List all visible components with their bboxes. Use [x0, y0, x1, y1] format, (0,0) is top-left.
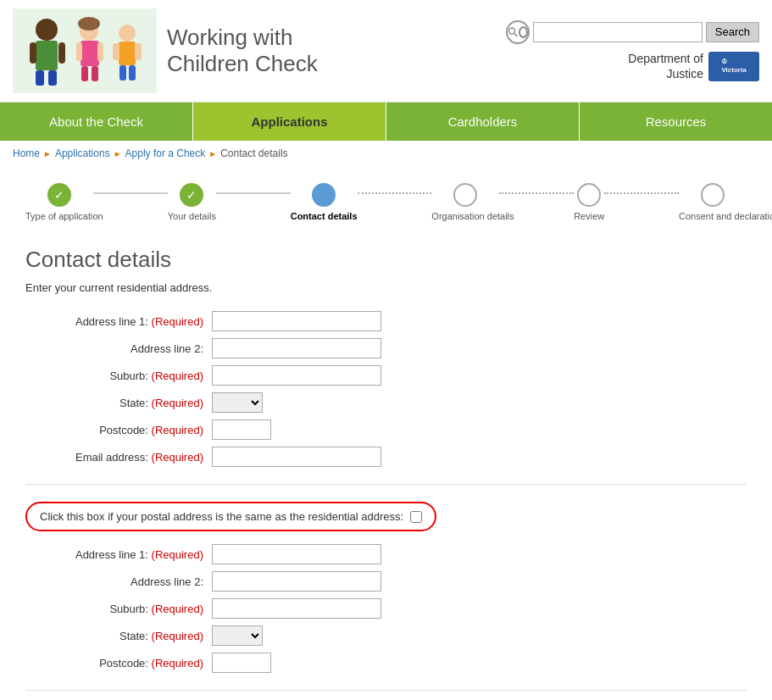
required-badge-postcode: (Required): [152, 424, 203, 436]
postal-suburb-row: Suburb: (Required): [25, 598, 747, 619]
svg-point-13: [119, 25, 136, 42]
svg-rect-15: [113, 43, 119, 60]
address-line-2-label: Address line 2:: [25, 342, 212, 355]
step-contact-details: Contact details: [291, 183, 358, 221]
postal-state-select[interactable]: VIC NSW QLD WA SA TAS ACT NT: [212, 625, 263, 646]
search-button[interactable]: Search: [706, 22, 759, 42]
postal-required-badge-suburb: (Required): [152, 603, 203, 615]
svg-point-19: [508, 28, 514, 34]
svg-point-7: [78, 17, 100, 31]
step-4-circle: [453, 183, 477, 207]
postal-section: Click this box if your postal address is…: [25, 502, 747, 673]
address-line-2-input[interactable]: [212, 338, 381, 358]
svg-rect-2: [30, 42, 36, 64]
postal-suburb-input[interactable]: [212, 598, 381, 619]
required-badge-suburb: (Required): [152, 369, 203, 382]
progress-bar: ✓ Type of application ✓ Your details Con…: [0, 166, 772, 230]
progress-steps: ✓ Type of application ✓ Your details Con…: [25, 183, 747, 221]
breadcrumb-applications[interactable]: Applications: [55, 147, 110, 159]
step-your-details: ✓ Your details: [168, 183, 216, 221]
page-title: Contact details: [25, 247, 747, 273]
connector-1: [93, 192, 168, 194]
svg-point-0: [36, 19, 58, 41]
dept-logo: Department ofJustice ♔Victoria: [628, 51, 759, 81]
postal-required-badge-state: (Required): [152, 630, 203, 642]
postal-address-line-1-label: Address line 1: (Required): [25, 548, 212, 561]
postal-same-checkbox[interactable]: [410, 511, 422, 523]
address-line-1-label: Address line 1: (Required): [25, 315, 212, 328]
breadcrumb-arrow-1: ►: [43, 149, 52, 158]
suburb-input[interactable]: [212, 365, 381, 386]
required-badge-state: (Required): [152, 397, 203, 409]
step-type-of-application: ✓ Type of application: [25, 183, 93, 221]
postal-checkbox-oval: Click this box if your postal address is…: [25, 502, 436, 531]
svg-rect-1: [36, 41, 58, 70]
required-badge-email: (Required): [152, 451, 203, 464]
suburb-label: Suburb: (Required): [25, 369, 212, 382]
svg-rect-18: [129, 65, 136, 81]
svg-rect-12: [92, 66, 98, 81]
address-line-1-input[interactable]: [212, 311, 381, 331]
postal-suburb-label: Suburb: (Required): [25, 603, 212, 615]
breadcrumb-current: Contact details: [220, 147, 287, 159]
breadcrumb-arrow-2: ►: [114, 149, 122, 158]
children-illustration: [17, 13, 153, 89]
header: Working with Children Check Search Depar…: [0, 0, 772, 103]
postal-address-line-2-input[interactable]: [212, 571, 381, 592]
connector-3: [358, 192, 432, 194]
postal-postcode-row: Postcode: (Required): [25, 653, 747, 673]
step-6-label: Consent and declaration: [679, 211, 747, 221]
postal-address-line-2-label: Address line 2:: [25, 575, 212, 588]
postal-address-line-1-row: Address line 1: (Required): [25, 544, 747, 564]
postcode-row: Postcode: (Required): [25, 419, 747, 440]
step-1-label: Type of application: [25, 211, 93, 221]
form-subtitle: Enter your current residential address.: [25, 281, 747, 294]
svg-line-20: [514, 33, 518, 36]
svg-rect-4: [36, 70, 44, 86]
section-divider: [25, 484, 747, 485]
svg-rect-8: [81, 41, 99, 66]
step-organisation-details: Organisation details: [431, 183, 499, 221]
logo-image: [13, 8, 157, 93]
search-bar: Search: [506, 20, 759, 44]
address-line-1-row: Address line 1: (Required): [25, 311, 747, 331]
step-2-circle: ✓: [180, 183, 203, 207]
tab-resources[interactable]: Resources: [580, 103, 772, 141]
postal-postcode-label: Postcode: (Required): [25, 657, 212, 669]
bottom-divider: [25, 690, 747, 691]
postal-address-line-1-input[interactable]: [212, 544, 381, 564]
svg-rect-17: [119, 65, 126, 81]
svg-rect-10: [97, 42, 103, 61]
step-6-circle: [701, 183, 725, 207]
breadcrumb-apply-for-check[interactable]: Apply for a Check: [125, 147, 206, 159]
postal-state-row: State: (Required) VIC NSW QLD WA SA TAS …: [25, 625, 747, 646]
breadcrumb-arrow-3: ►: [208, 149, 217, 158]
step-review: Review: [574, 183, 604, 221]
tab-applications[interactable]: Applications: [193, 103, 386, 141]
search-input[interactable]: [533, 22, 703, 42]
svg-rect-16: [135, 43, 142, 60]
header-right: Search Department ofJustice ♔Victoria: [506, 20, 759, 81]
postal-address-line-2-row: Address line 2:: [25, 571, 747, 592]
state-select[interactable]: VIC NSW QLD WA SA TAS ACT NT: [212, 392, 263, 413]
connector-2: [216, 192, 291, 194]
header-left: Working with Children Check: [13, 8, 318, 93]
breadcrumb-home[interactable]: Home: [13, 147, 40, 159]
main-content: Contact details Enter your current resid…: [0, 230, 772, 700]
tab-about-the-check[interactable]: About the Check: [0, 103, 193, 141]
step-3-label: Contact details: [291, 211, 358, 221]
postcode-label: Postcode: (Required): [25, 424, 212, 436]
connector-4: [499, 192, 574, 194]
nav-tabs: About the Check Applications Cardholders…: [0, 103, 772, 141]
email-input[interactable]: [212, 447, 381, 467]
tab-cardholders[interactable]: Cardholders: [386, 103, 580, 141]
postcode-input[interactable]: [212, 419, 271, 440]
postal-required-badge-postcode: (Required): [152, 657, 203, 669]
step-5-circle: [577, 183, 601, 207]
dept-text: Department ofJustice: [628, 51, 703, 81]
postal-postcode-input[interactable]: [212, 653, 271, 673]
postal-required-badge-1: (Required): [152, 548, 203, 561]
svg-rect-5: [48, 70, 57, 86]
required-badge-1: (Required): [152, 315, 203, 328]
svg-rect-9: [76, 42, 82, 61]
